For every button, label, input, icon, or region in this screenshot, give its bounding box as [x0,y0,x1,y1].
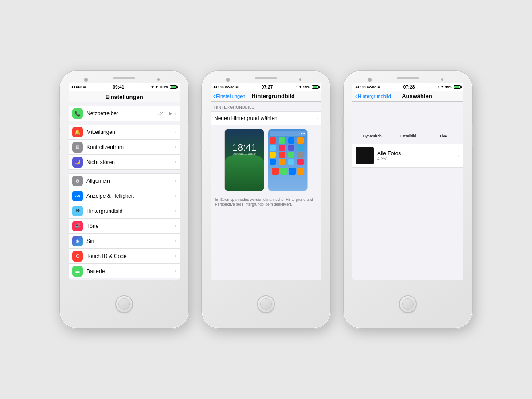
carrier-value: o2 - de [157,111,172,116]
carrier-chevron: › [175,111,176,116]
wallpaper-footer-note: Im Stromsparmodus werden dynamischer Hin… [211,195,321,210]
signal-3: ●●○○○ [355,85,366,89]
battery-icon-2 [312,85,319,89]
time-3: 07:28 [403,85,415,90]
signal: ●●●●○ [71,85,82,89]
speaker-2 [255,77,277,79]
camera [84,78,88,82]
status-bar-1: ●●●●○ ≋ 09:41 ⊕ ✦ 100% [69,83,180,91]
all-photos-row[interactable]: Alle Fotos 4.351 › [352,144,463,168]
iphone-bottom-3 [399,280,417,328]
status-left: ●●●●○ ≋ [71,85,86,89]
back-button-3[interactable]: ‹ Hintergrundbild [355,93,391,99]
battery-icon-setting: ▬ [72,266,83,277]
touchid-icon: ⊙ [72,251,83,262]
siri-label: Siri [86,238,175,244]
carrier-icon: 📞 [72,108,83,119]
live-label: Live [440,133,447,139]
new-wallpaper-option[interactable]: Neuen Hintergrund wählen › [211,111,321,125]
home-button-inner-2 [260,298,272,310]
battery-pct-2: 99% [303,85,310,89]
wallpaper-chevron: › [175,208,176,213]
dnd-label: Nicht stören [86,159,175,165]
nav-bar-2: ‹ Einstellungen Hintergrundbild [211,91,321,102]
settings-item-carrier[interactable]: 📞 Netzbetreiber o2 - de › [69,106,180,121]
wallpaper-icon: ❋ [72,206,83,216]
iphone-3: ●●○○○ o2-de ≋ 07:28 ↑ ✦ 99% ‹ Hintergrun… [344,71,472,328]
iphone-top-3 [344,71,472,79]
location-3: ↑ [438,86,439,89]
notifications-label: Mitteilungen [86,129,175,135]
section-header-wp: HINTERGRUNDBILD [211,102,321,111]
touchid-chevron: › [175,254,176,258]
page-title-2: Hintergrundbild [245,93,301,99]
settings-item-display[interactable]: Aa Anzeige & Helligkeit › [69,188,180,203]
bluetooth-icon: ✦ [155,85,158,89]
dnd-icon: 🌙 [72,157,83,168]
settings-item-wallpaper[interactable]: ❋ Hintergrundbild › [69,203,180,219]
status-right-1: ⊕ ✦ 100% [151,85,177,89]
iphone-bottom-2 [257,280,275,328]
settings-item-control-center[interactable]: ⊞ Kontrollzentrum › [69,140,180,155]
volume-buttons-2 [200,133,202,161]
volume-buttons [59,133,60,161]
homescreen-preview[interactable]: ●●● [268,129,308,191]
touchid-label: Touch ID & Code [86,253,175,259]
settings-item-battery[interactable]: ▬ Batterie › [69,264,180,278]
status-left-2: ●●○○○ o2-de ≋ [213,85,239,89]
settings-item-touchid[interactable]: ⊙ Touch ID & Code › [69,249,180,264]
settings-group-carrier: 📞 Netzbetreiber o2 - de › [69,106,180,121]
nav-title-settings: Einstellungen [69,91,180,102]
single-label: Einzelbild [400,133,416,139]
screen-select: ●●○○○ o2-de ≋ 07:28 ↑ ✦ 99% ‹ Hintergrun… [352,83,463,280]
location-2: ↑ [296,86,297,89]
home-button-2[interactable] [257,295,275,313]
sounds-icon: 🔊 [72,221,83,231]
general-label: Allgemein [86,178,175,184]
home-button-inner-3 [402,298,414,310]
status-bar-3: ●●○○○ o2-de ≋ 07:28 ↑ ✦ 99% [352,83,463,91]
iphone-top [60,71,188,79]
home-button-inner-1 [118,298,130,310]
home-button-1[interactable] [115,295,133,313]
wallpaper-label: Hintergrundbild [86,208,175,214]
category-single[interactable]: 🐟 Einzelbild [391,104,425,139]
category-live[interactable]: 🐠 Live [426,104,461,139]
settings-group-2: 🔔 Mitteilungen › ⊞ Kontrollzentrum › 🌙 [69,125,180,170]
back-chevron-2: ‹ [213,93,215,99]
settings-item-siri[interactable]: ◉ Siri › [69,234,180,249]
status-bar-2: ●●○○○ o2-de ≋ 07:27 ↑ ✦ 99% [211,83,321,91]
back-chevron-3: ‹ [355,93,357,99]
all-photos-count: 4.351 [377,156,458,161]
wifi-2: ≋ [235,85,239,89]
speaker-3 [397,77,419,79]
sounds-chevron: › [175,223,176,228]
settings-item-do-not-disturb[interactable]: 🌙 Nicht stören › [69,155,180,170]
photos-thumbnail [356,147,374,164]
dnd-chevron: › [175,160,176,164]
home-button-3[interactable] [399,295,417,313]
lockscreen-preview[interactable]: 18:41 Dienstag, 9. Januar [224,129,264,191]
battery-pct-1: 100% [160,85,168,89]
battery-1 [170,85,177,89]
nav-bar-3: ‹ Hintergrundbild Auswählen [352,91,463,102]
category-dynamic[interactable]: Dynamisch [355,104,389,139]
back-label-3: Hintergrundbild [358,94,391,99]
carrier-3: o2-de [367,85,376,89]
status-left-3: ●●○○○ o2-de ≋ [355,85,380,89]
settings-item-general[interactable]: ⚙ Allgemein › [69,173,180,188]
dynamic-label: Dynamisch [363,133,382,139]
settings-item-notifications[interactable]: 🔔 Mitteilungen › [69,125,180,140]
display-chevron: › [175,193,176,198]
wifi: ≋ [83,85,86,89]
back-button-2[interactable]: ‹ Einstellungen [213,93,245,99]
back-label-2: Einstellungen [216,94,245,99]
bluetooth-2: ✦ [299,85,302,89]
battery-icon-3 [454,85,461,89]
sensor-2 [299,78,301,81]
screen-settings: ●●●●○ ≋ 09:41 ⊕ ✦ 100% Einstellungen 📞 [69,83,180,280]
battery-label: Batterie [86,268,175,274]
battery-chevron: › [175,269,176,274]
battery-pct-3: 99% [445,85,452,89]
settings-item-sounds[interactable]: 🔊 Töne › [69,219,180,234]
